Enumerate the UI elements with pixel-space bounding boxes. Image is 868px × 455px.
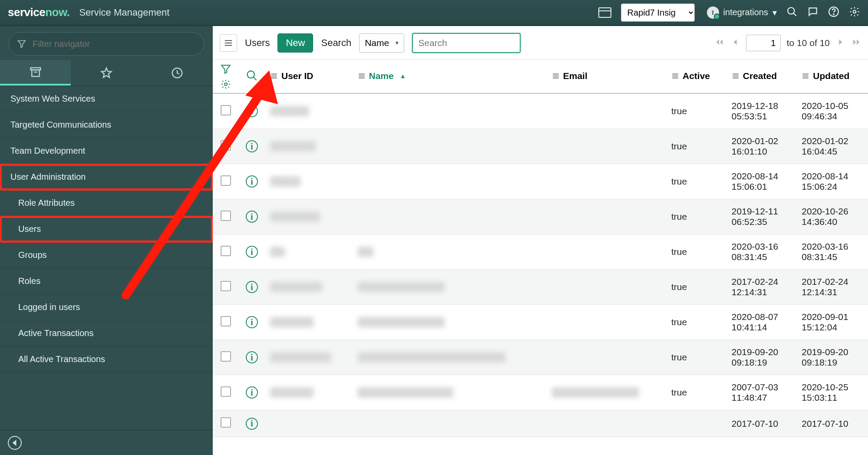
search-field-value: Name	[365, 38, 389, 48]
table-wrap: User ID Name▲ Email Active Created	[213, 60, 868, 455]
search-icon[interactable]	[786, 6, 798, 19]
row-checkbox[interactable]	[221, 211, 231, 221]
cell-active: true	[666, 164, 726, 199]
nav-item[interactable]: Roles	[0, 268, 213, 294]
info-icon[interactable]: i	[246, 175, 258, 188]
help-icon[interactable]	[828, 6, 839, 19]
personalize-icon[interactable]	[221, 79, 231, 89]
search-field-select[interactable]: Name	[359, 33, 404, 53]
info-icon[interactable]: i	[246, 140, 258, 152]
nav-tab-history[interactable]	[142, 60, 213, 86]
row-checkbox[interactable]	[221, 140, 231, 151]
cell-active: true	[666, 234, 726, 270]
brand-prefix: service	[8, 6, 45, 19]
row-checkbox[interactable]	[221, 417, 231, 428]
table-row[interactable]: i■■■true2019-12-1805:53:512020-10-0509:4…	[213, 93, 868, 129]
pager-page-input[interactable]	[746, 35, 781, 51]
search-input[interactable]	[412, 33, 521, 53]
nav-item[interactable]: Role Attributes	[0, 190, 213, 216]
brand-suffix: now	[45, 6, 67, 19]
col-created-label: Created	[743, 71, 777, 81]
nav-item[interactable]: Targeted Communications	[0, 112, 213, 138]
info-icon[interactable]: i	[246, 351, 258, 363]
col-name-label: Name	[369, 71, 394, 81]
nav-collapse-button[interactable]	[8, 436, 22, 450]
cell-email	[547, 234, 666, 270]
nav-tab-all[interactable]	[0, 60, 71, 86]
cell-updated: 2017-07-10	[796, 410, 868, 437]
cell-updated: 2020-03-1608:31:45	[796, 234, 868, 270]
info-icon[interactable]: i	[246, 316, 258, 328]
table-row[interactable]: i■■■■■■true2020-08-0710:41:142020-09-011…	[213, 305, 868, 340]
nav-item[interactable]: All Active Transactions	[0, 346, 213, 373]
nav-item[interactable]: Users	[0, 216, 213, 242]
table-row[interactable]: i■■■■■■■■■true2007-07-0311:48:472020-10-…	[213, 375, 868, 410]
col-active[interactable]: Active	[666, 60, 726, 93]
cell-email	[547, 270, 666, 305]
filter-icon[interactable]	[220, 63, 231, 75]
user-menu[interactable]: I integrations ▾	[707, 7, 777, 19]
cell-created: 2020-01-0216:01:10	[726, 129, 796, 164]
nav-item[interactable]: User Administration	[0, 164, 213, 190]
table-row[interactable]: i2017-07-102017-07-10	[213, 410, 868, 437]
table-row[interactable]: i■■■■■■true2020-03-1608:31:452020-03-160…	[213, 234, 868, 270]
nav-item[interactable]: Active Transactions	[0, 320, 213, 346]
nav-item[interactable]: Groups	[0, 242, 213, 268]
pager-range-text: to 10 of 10	[787, 38, 830, 48]
info-icon[interactable]: i	[246, 281, 258, 293]
cell-email	[547, 340, 666, 375]
new-button[interactable]: New	[277, 33, 313, 53]
pager-next-icon[interactable]	[836, 37, 845, 49]
row-checkbox[interactable]	[221, 386, 231, 397]
cell-email	[547, 164, 666, 199]
app-picker-icon[interactable]	[598, 7, 611, 18]
col-user-id[interactable]: User ID	[265, 60, 353, 93]
col-created[interactable]: Created	[726, 60, 796, 93]
cell-active: true	[666, 129, 726, 164]
info-icon[interactable]: i	[246, 246, 258, 258]
nav-tab-favorites[interactable]	[71, 60, 142, 86]
column-search-icon[interactable]	[246, 69, 258, 82]
cell-user-id: ■■■	[265, 234, 353, 270]
row-checkbox[interactable]	[221, 316, 231, 326]
table-row[interactable]: i■■■true2019-12-1106:52:352020-10-2614:3…	[213, 199, 868, 234]
gear-icon[interactable]	[849, 6, 860, 19]
filter-navigator[interactable]	[9, 32, 204, 56]
chat-icon[interactable]	[807, 6, 818, 19]
info-icon[interactable]: i	[246, 105, 258, 117]
svg-line-1	[793, 13, 796, 16]
col-name[interactable]: Name▲	[353, 60, 547, 93]
col-updated[interactable]: Updated	[796, 60, 868, 93]
archive-icon	[29, 66, 42, 79]
info-icon[interactable]: i	[246, 211, 258, 223]
nav-item[interactable]: System Web Services	[0, 86, 213, 112]
col-email[interactable]: Email	[547, 60, 666, 93]
row-checkbox[interactable]	[221, 246, 231, 256]
info-icon[interactable]: i	[246, 418, 258, 430]
brand-logo: servicenow.	[8, 6, 69, 19]
row-checkbox[interactable]	[221, 105, 231, 115]
pager-first-icon[interactable]	[715, 37, 724, 49]
cell-updated: 2020-10-2515:03:11	[796, 375, 868, 410]
cell-user-id: ■■■	[265, 164, 353, 199]
list-menu-button[interactable]	[220, 34, 237, 52]
nav-item[interactable]: Logged in users	[0, 294, 213, 320]
info-icon[interactable]: i	[246, 386, 258, 399]
table-row[interactable]: i■■■■■■true2019-09-2009:18:192019-09-200…	[213, 340, 868, 375]
brand-block: servicenow. Service Management	[8, 6, 169, 19]
pager-prev-icon[interactable]	[730, 37, 740, 49]
table-row[interactable]: i■■■true2020-08-1415:06:012020-08-1415:0…	[213, 164, 868, 199]
table-row[interactable]: i■■■true2020-01-0216:01:102020-01-0216:0…	[213, 129, 868, 164]
nav-item[interactable]: Team Development	[0, 138, 213, 164]
chevron-down-icon: ▾	[772, 7, 777, 18]
pager-last-icon[interactable]	[851, 37, 861, 49]
row-checkbox[interactable]	[221, 281, 231, 291]
cell-email	[547, 199, 666, 234]
app-selector[interactable]: Rapid7 Insig	[621, 3, 695, 22]
cell-name: ■■■	[353, 375, 547, 410]
filter-navigator-input[interactable]	[33, 39, 196, 49]
cell-active: true	[666, 305, 726, 340]
table-row[interactable]: i■■■■■■true2017-02-2412:14:312017-02-241…	[213, 270, 868, 305]
row-checkbox[interactable]	[221, 175, 231, 186]
row-checkbox[interactable]	[221, 351, 231, 362]
